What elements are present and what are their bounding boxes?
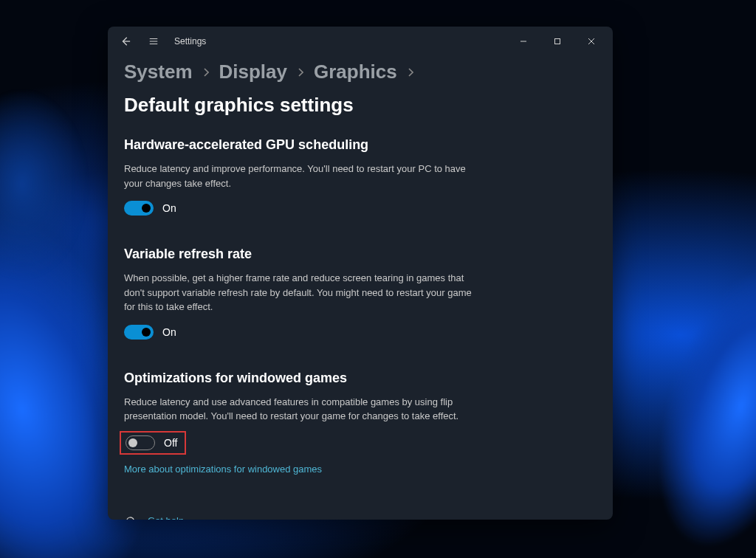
minimize-button[interactable] (506, 30, 540, 53)
toggle-state-label: On (162, 326, 176, 338)
section-title: Hardware-accelerated GPU scheduling (124, 137, 478, 153)
svg-rect-0 (555, 39, 560, 44)
more-info-link[interactable]: More about optimizations for windowed ga… (124, 464, 322, 475)
breadcrumb-graphics[interactable]: Graphics (314, 61, 397, 83)
section-description: When possible, get a higher frame rate a… (124, 271, 478, 314)
section-gpu-scheduling: Hardware-accelerated GPU scheduling Redu… (124, 137, 478, 216)
close-icon (588, 38, 595, 45)
maximize-icon (554, 38, 561, 45)
toggle-state-label: On (162, 202, 176, 214)
svg-point-2 (128, 519, 129, 520)
chevron-right-icon (298, 68, 303, 77)
arrow-left-icon (120, 36, 131, 46)
close-button[interactable] (574, 30, 608, 53)
link-label: Get help (148, 515, 184, 520)
breadcrumb-current: Default graphics settings (124, 94, 354, 117)
section-title: Optimizations for windowed games (124, 371, 478, 386)
hamburger-icon (148, 36, 159, 46)
minimize-icon (520, 38, 527, 45)
chevron-right-icon (203, 68, 209, 77)
section-variable-refresh-rate: Variable refresh rate When possible, get… (124, 247, 478, 340)
window-content: System Display Graphics Default graphics… (108, 56, 613, 520)
section-title: Variable refresh rate (124, 247, 478, 262)
hamburger-menu-button[interactable] (146, 34, 161, 49)
breadcrumb-system[interactable]: System (124, 61, 193, 83)
highlight-annotation: Off (120, 431, 186, 455)
back-button[interactable] (118, 34, 133, 49)
window-titlebar: Settings (108, 27, 613, 56)
gpu-scheduling-toggle[interactable] (124, 201, 154, 216)
windowed-optimizations-toggle[interactable] (126, 435, 155, 450)
section-description: Reduce latency and use advanced features… (124, 395, 478, 424)
toggle-state-label: Off (164, 437, 177, 449)
get-help-link[interactable]: Get help (124, 515, 597, 520)
section-windowed-optimizations: Optimizations for windowed games Reduce … (124, 371, 478, 475)
footer-links: Get help Give feedback (124, 515, 597, 520)
vrr-toggle[interactable] (124, 325, 154, 340)
app-title: Settings (174, 36, 206, 46)
section-description: Reduce latency and improve performance. … (124, 162, 478, 190)
settings-window: Settings System Display Graphics Default… (108, 27, 613, 520)
maximize-button[interactable] (540, 30, 574, 53)
help-icon (124, 515, 136, 520)
breadcrumb: System Display Graphics Default graphics… (124, 61, 597, 117)
breadcrumb-display[interactable]: Display (219, 61, 288, 83)
chevron-right-icon (408, 68, 413, 77)
